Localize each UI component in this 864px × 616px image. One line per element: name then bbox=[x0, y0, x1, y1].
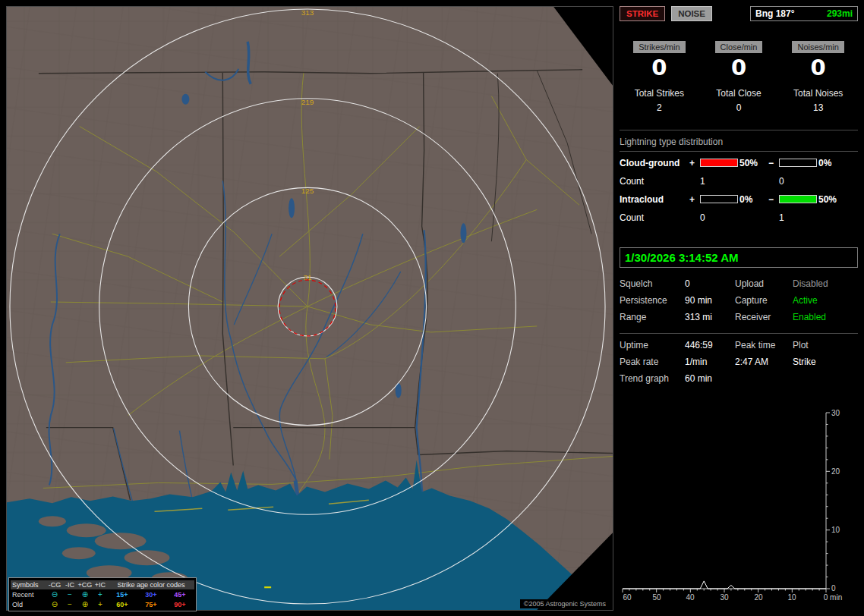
stats-grid: Uptime 446:59 Peak time Plot Peak rate 1… bbox=[620, 340, 858, 384]
age-code-60: 60+ bbox=[108, 601, 137, 608]
range-value: 313 mi bbox=[685, 312, 735, 322]
clock: 1/30/2026 3:14:52 AM bbox=[620, 247, 858, 268]
age-code-15: 15+ bbox=[108, 591, 137, 599]
legend-old-label: Old bbox=[11, 601, 47, 608]
range-ring-label: 219 bbox=[301, 98, 314, 106]
uptime-label: Uptime bbox=[620, 340, 685, 350]
age-code-30: 30+ bbox=[137, 591, 166, 599]
age-code-75: 75+ bbox=[137, 601, 166, 608]
legend-col--ic: -IC bbox=[62, 580, 77, 589]
receiver-label: Receiver bbox=[735, 312, 793, 322]
ic-minus-pct: 50% bbox=[818, 194, 841, 205]
strike-marker bbox=[264, 586, 271, 588]
status-panel: STRIKE NOISE Bng 187° 293mi Strikes/min … bbox=[620, 6, 858, 610]
noises-per-min-label: Noises/min bbox=[792, 41, 844, 53]
distribution-title: Lightning type distribution bbox=[620, 137, 858, 152]
map-legend: Symbols -CG -IC +CG +IC Strike age color… bbox=[8, 577, 197, 611]
total-strikes-label: Total Strikes bbox=[635, 88, 684, 99]
total-noises-value: 13 bbox=[813, 102, 823, 113]
legend-symbols-header: Symbols bbox=[11, 580, 47, 589]
intracloud-row: Intracloud + 0% − 50% bbox=[620, 193, 858, 206]
total-close-value: 0 bbox=[736, 102, 742, 113]
x-tick-20: 20 bbox=[754, 593, 763, 602]
receiver-status: Enabled bbox=[793, 312, 858, 322]
persistence-value: 90 min bbox=[685, 295, 735, 306]
strike-button[interactable]: STRIKE bbox=[620, 6, 665, 21]
peak-time-label: Peak time bbox=[735, 340, 793, 350]
distance-value: 293mi bbox=[827, 8, 853, 19]
old-ic-minus-icon: − bbox=[62, 600, 77, 608]
cg-minus-bar bbox=[779, 159, 817, 167]
intracloud-count-row: Count 0 1 bbox=[620, 211, 858, 225]
cg-minus-count: 0 bbox=[779, 176, 818, 187]
uptime-value: 446:59 bbox=[685, 340, 735, 350]
trend-window-value: 60 min bbox=[685, 373, 735, 384]
plot-label: Plot bbox=[793, 340, 858, 350]
plus-sign: + bbox=[689, 158, 700, 168]
cg-plus-bar bbox=[700, 159, 738, 167]
old-ic-plus-icon: + bbox=[93, 600, 108, 608]
age-code-45: 45+ bbox=[166, 591, 194, 599]
separator bbox=[620, 333, 858, 334]
ic-plus-pct: 0% bbox=[739, 194, 768, 205]
cg-plus-bar-fill bbox=[701, 159, 737, 166]
cg-plus-count: 1 bbox=[700, 176, 739, 187]
noises-per-min-value: 0 bbox=[811, 56, 826, 80]
range-ring-label: 313 bbox=[301, 8, 314, 17]
trend-ticks bbox=[623, 413, 830, 592]
bearing-value: Bng 187° bbox=[755, 8, 794, 19]
x-tick-60: 60 bbox=[623, 593, 632, 602]
count-label: Count bbox=[620, 212, 689, 223]
cg-minus-pct: 0% bbox=[818, 158, 841, 168]
peak-time-value: 2:47 AM bbox=[735, 357, 793, 367]
rate-values-row: 0 0 0 bbox=[620, 56, 858, 80]
ic-minus-bar-fill bbox=[780, 196, 816, 203]
rate-labels-row: Strikes/min Close/min Noises/min bbox=[620, 41, 858, 53]
separator bbox=[620, 130, 858, 130]
noise-button[interactable]: NOISE bbox=[671, 6, 712, 21]
old-cg-plus-icon: ⊕ bbox=[77, 600, 93, 608]
close-per-min-label: Close/min bbox=[715, 41, 763, 53]
trend-graph-label: Trend graph bbox=[620, 373, 685, 384]
ic-minus-count: 1 bbox=[779, 212, 818, 223]
trend-line bbox=[623, 581, 826, 589]
cloud-ground-label: Cloud-ground bbox=[620, 158, 689, 168]
peak-rate-label: Peak rate bbox=[620, 357, 685, 367]
cloud-ground-count-row: Count 1 0 bbox=[620, 174, 858, 188]
bearing-distance-box: Bng 187° 293mi bbox=[750, 6, 858, 21]
x-tick-40: 40 bbox=[686, 593, 695, 602]
legend-age-header: Strike age color codes bbox=[108, 580, 194, 589]
x-tick-50: 50 bbox=[652, 593, 661, 602]
legend-col-pcg: +CG bbox=[77, 580, 93, 589]
intracloud-label: Intracloud bbox=[620, 194, 689, 205]
peak-rate-value: 1/min bbox=[685, 357, 735, 367]
minus-sign: − bbox=[768, 194, 779, 205]
ic-plus-count: 0 bbox=[700, 212, 739, 223]
recent-cg-plus-icon: ⊕ bbox=[77, 590, 93, 599]
map-view[interactable]: 313 219 125 31 Symbols -CG -IC +CG +IC S… bbox=[6, 6, 613, 611]
legend-recent-label: Recent bbox=[11, 591, 47, 599]
old-cg-minus-icon: ⊖ bbox=[47, 600, 62, 608]
capture-label: Capture bbox=[735, 295, 793, 306]
upload-status: Disabled bbox=[793, 278, 858, 289]
totals-row: Total Strikes Total Close Total Noises 2… bbox=[620, 88, 858, 113]
legend-col-pic: +IC bbox=[93, 580, 108, 589]
close-per-min-value: 0 bbox=[731, 56, 746, 80]
y-tick-30: 30 bbox=[831, 409, 840, 417]
strikes-per-min-value: 0 bbox=[651, 56, 667, 80]
y-tick-10: 10 bbox=[831, 526, 840, 534]
top-bar: STRIKE NOISE Bng 187° 293mi bbox=[620, 6, 858, 21]
y-tick-0: 0 bbox=[831, 584, 836, 592]
minus-sign: − bbox=[768, 158, 779, 168]
ic-plus-bar bbox=[700, 195, 738, 203]
upload-label: Upload bbox=[735, 278, 793, 289]
total-strikes-value: 2 bbox=[657, 102, 662, 113]
x-tick-10: 10 bbox=[787, 593, 796, 602]
recent-ic-plus-icon: + bbox=[93, 590, 108, 599]
strikes-per-min-label: Strikes/min bbox=[633, 41, 685, 53]
settings-grid: Squelch 0 Upload Disabled Persistence 90… bbox=[620, 278, 858, 322]
cloud-ground-row: Cloud-ground + 50% − 0% bbox=[620, 156, 858, 170]
copyright-label: ©2005 Astrogenic Systems bbox=[520, 599, 610, 608]
count-label: Count bbox=[620, 176, 689, 187]
range-ring-label: 125 bbox=[301, 187, 314, 195]
